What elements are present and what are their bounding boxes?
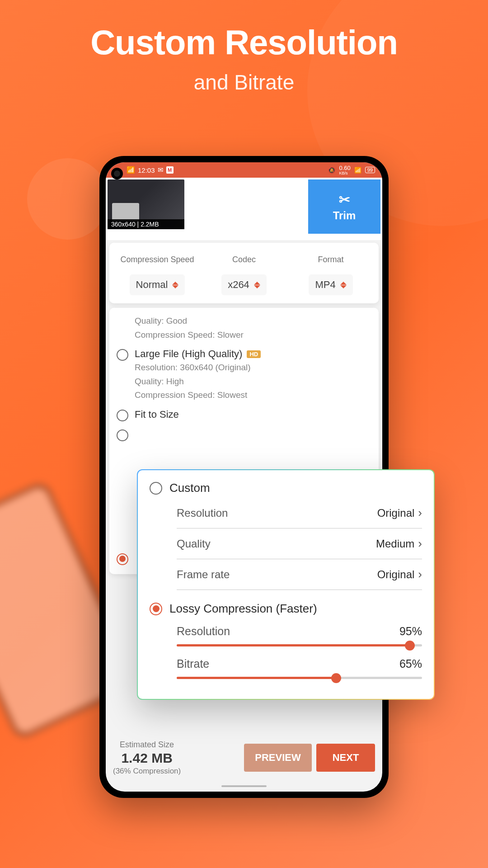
custom-resolution-value: Original bbox=[377, 507, 415, 519]
dropdown-icon bbox=[254, 282, 260, 288]
radio-lossy[interactable] bbox=[150, 603, 162, 615]
footer-bar: Estimated Size 1.42 MB (36% Compression)… bbox=[109, 733, 379, 783]
codec-label: Codec bbox=[201, 249, 287, 270]
battery-icon: 99 bbox=[365, 167, 375, 173]
thumbnail-info: 360x640 | 2.2MB bbox=[108, 219, 184, 229]
radio-large-file[interactable] bbox=[117, 349, 128, 361]
lossy-resolution-value: 95% bbox=[399, 625, 422, 638]
nav-indicator bbox=[221, 785, 267, 787]
status-bar: 📶 12:03 ✉ M 🔕 0.60KB/s 📶 99 bbox=[106, 162, 382, 178]
thumbnail-row: 360x640 | 2.2MB ✂ Trim bbox=[106, 178, 382, 240]
wifi-icon: 📶 bbox=[354, 167, 361, 174]
preset-partial-quality: Quality: Good bbox=[135, 315, 371, 327]
lossy-title: Lossy Compression (Faster) bbox=[169, 602, 317, 616]
estimated-size-label: Estimated Size bbox=[113, 740, 181, 750]
mail-icon: ✉ bbox=[158, 166, 164, 174]
custom-quality-label: Quality bbox=[177, 538, 211, 550]
net-speed: 0.60KB/s bbox=[339, 165, 350, 175]
lossy-bitrate-value: 65% bbox=[399, 657, 422, 670]
next-button[interactable]: NEXT bbox=[316, 744, 375, 772]
preset-large-quality: Quality: High bbox=[135, 376, 371, 388]
estimated-size-value: 1.42 MB bbox=[113, 750, 181, 766]
radio-hidden[interactable] bbox=[117, 429, 128, 441]
camera-hole bbox=[111, 168, 123, 179]
resolution-slider[interactable] bbox=[177, 644, 422, 646]
custom-quality-value: Medium bbox=[376, 538, 414, 550]
compression-speed-select[interactable]: Normal bbox=[130, 274, 185, 295]
video-thumbnail[interactable]: 360x640 | 2.2MB bbox=[108, 179, 184, 229]
custom-resolution-label: Resolution bbox=[177, 507, 228, 519]
scissors-icon: ✂ bbox=[339, 192, 350, 208]
signal-icon: 📶 bbox=[127, 166, 135, 174]
slider-thumb[interactable] bbox=[405, 641, 415, 651]
custom-quality-row[interactable]: Quality Medium› bbox=[177, 528, 422, 559]
preset-large-resolution: Resolution: 360x640 (Original) bbox=[135, 362, 371, 374]
chevron-right-icon: › bbox=[418, 537, 422, 551]
encoding-options: Compression Speed Normal Codec x264 Form… bbox=[109, 243, 379, 303]
compression-ratio: (36% Compression) bbox=[113, 767, 181, 776]
trim-button[interactable]: ✂ Trim bbox=[308, 179, 380, 234]
estimated-size-block: Estimated Size 1.42 MB (36% Compression) bbox=[113, 740, 181, 776]
radio-custom[interactable] bbox=[150, 482, 162, 495]
format-value: MP4 bbox=[315, 279, 335, 291]
slider-thumb[interactable] bbox=[331, 673, 341, 683]
format-select[interactable]: MP4 bbox=[309, 274, 352, 295]
codec-value: x264 bbox=[228, 279, 249, 291]
dropdown-icon bbox=[172, 282, 178, 288]
status-time: 12:03 bbox=[138, 166, 155, 174]
custom-framerate-value: Original bbox=[377, 568, 415, 581]
preview-button[interactable]: PREVIEW bbox=[244, 744, 312, 772]
custom-resolution-row[interactable]: Resolution Original› bbox=[177, 498, 422, 528]
preset-large-title: Large File (High Quality) bbox=[135, 348, 242, 360]
hd-badge: HD bbox=[247, 350, 261, 358]
bitrate-slider[interactable] bbox=[177, 677, 422, 679]
gmail-icon: M bbox=[166, 166, 174, 174]
compression-speed-label: Compression Speed bbox=[114, 249, 201, 270]
preset-partial-speed: Compression Speed: Slower bbox=[135, 329, 371, 341]
bg-decoration bbox=[27, 158, 108, 240]
preset-large-speed: Compression Speed: Slowest bbox=[135, 389, 371, 401]
lossy-bitrate-label: Bitrate bbox=[177, 657, 209, 670]
chevron-right-icon: › bbox=[418, 567, 422, 581]
lossy-resolution-label: Resolution bbox=[177, 625, 230, 638]
compression-speed-value: Normal bbox=[136, 279, 168, 291]
mute-icon: 🔕 bbox=[328, 167, 335, 174]
trim-label: Trim bbox=[333, 209, 356, 222]
codec-select[interactable]: x264 bbox=[221, 274, 267, 295]
custom-settings-overlay: Custom Resolution Original› Quality Medi… bbox=[138, 470, 434, 699]
chevron-right-icon: › bbox=[418, 506, 422, 520]
dropdown-icon bbox=[340, 282, 347, 288]
radio-selected-lossy[interactable] bbox=[117, 553, 128, 565]
custom-framerate-row[interactable]: Frame rate Original› bbox=[177, 559, 422, 590]
preset-fit-title: Fit to Size bbox=[135, 409, 179, 420]
custom-framerate-label: Frame rate bbox=[177, 568, 230, 581]
radio-fit-to-size[interactable] bbox=[117, 410, 128, 421]
custom-title: Custom bbox=[169, 481, 210, 495]
format-label: Format bbox=[287, 249, 374, 270]
